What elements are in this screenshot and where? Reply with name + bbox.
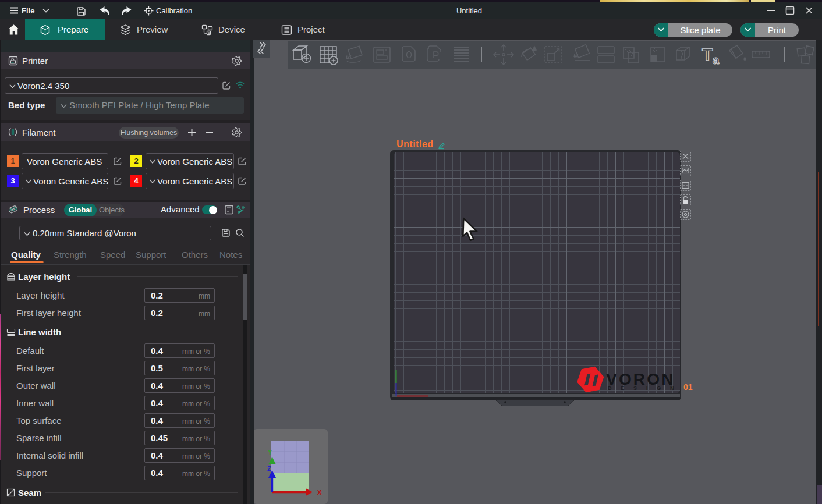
svg-text:Y: Y — [268, 449, 272, 456]
svg-text:T: T — [702, 45, 713, 64]
svg-text:DESIGN: DESIGN — [608, 385, 681, 391]
svg-text:a: a — [713, 54, 720, 66]
svg-text:X: X — [317, 489, 322, 496]
svg-text:Z: Z — [267, 465, 271, 472]
